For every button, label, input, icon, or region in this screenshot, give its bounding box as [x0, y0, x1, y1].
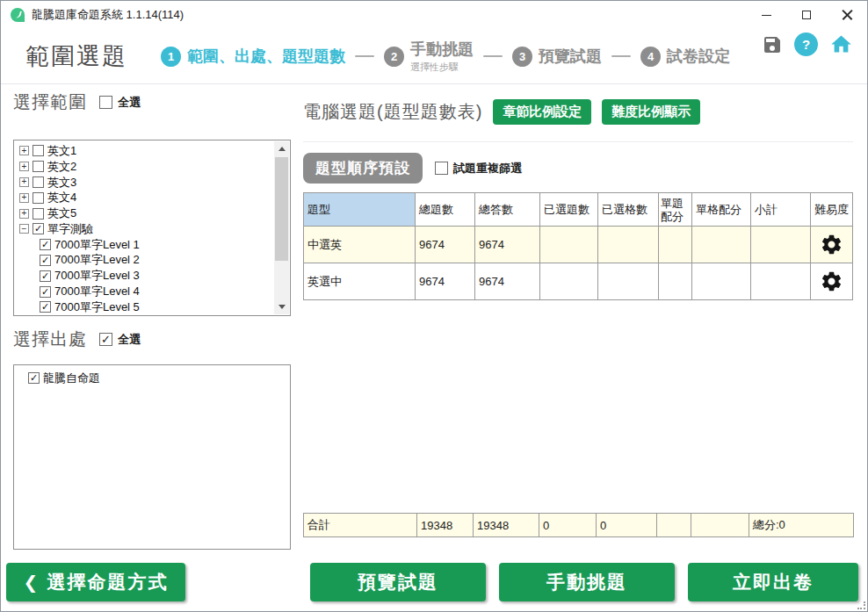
scroll-up-icon[interactable] — [274, 141, 289, 156]
title-bar: 龍騰題庫命題系統 1.1.14(114) — [1, 1, 867, 29]
col-header-total-answers: 總答數 — [475, 193, 540, 227]
row-cell-total-questions: 9674 — [416, 263, 475, 300]
step-1-range[interactable]: 1 範圍、出處、題型題數 — [161, 46, 345, 67]
close-button[interactable] — [827, 1, 867, 29]
checkbox[interactable] — [33, 192, 44, 204]
home-icon — [829, 32, 853, 56]
preview-questions-button[interactable]: 預覽試題 — [310, 563, 486, 601]
row-cell-total-answers: 9674 — [475, 263, 540, 300]
row-cell-per-cell-score[interactable] — [692, 227, 751, 263]
step-2-manual-pick[interactable]: 2 手動挑題 選擇性步驟 — [384, 39, 474, 74]
expand-icon[interactable]: + — [19, 193, 29, 203]
step-connector — [611, 55, 631, 58]
total-label: 合計 — [304, 514, 417, 537]
type-order-preset-button[interactable]: 題型順序預設 — [303, 153, 423, 184]
step-4-paper-settings[interactable]: 4 試卷設定 — [640, 46, 730, 67]
resize-grip[interactable] — [857, 601, 865, 609]
tree-item-english1[interactable]: + 英文1 — [19, 143, 272, 159]
tree-item-7000-level3[interactable]: ✓ 7000單字Level 3 — [19, 268, 272, 284]
tree-item-english5[interactable]: + 英文5 — [19, 205, 272, 221]
save-icon — [762, 34, 783, 55]
difficulty-settings-button[interactable] — [811, 263, 853, 300]
tree-item-english3[interactable]: + 英文3 — [19, 175, 272, 191]
row-cell-per-question-score[interactable] — [659, 263, 692, 300]
chevron-left-icon: ❮ — [24, 572, 39, 593]
scroll-down-icon[interactable] — [274, 299, 289, 314]
minimize-button[interactable] — [746, 1, 786, 29]
row-cell-selected-cells[interactable] — [598, 227, 659, 263]
tree-item-english2[interactable]: + 英文2 — [19, 159, 272, 175]
checkbox[interactable]: ✓ — [40, 239, 51, 250]
tree-item-7000-level5[interactable]: ✓ 7000單字Level 5 — [19, 299, 272, 315]
tree-item-english4[interactable]: + 英文4 — [19, 190, 272, 205]
difficulty-ratio-button[interactable]: 難度比例顯示 — [602, 99, 700, 125]
generate-paper-button[interactable]: 立即出卷 — [688, 563, 858, 601]
tree-item-7000-level4[interactable]: ✓ 7000單字Level 4 — [19, 284, 272, 299]
checkbox[interactable]: ✓ — [40, 286, 51, 298]
col-header-selected-cells: 已選格數 — [598, 193, 659, 227]
chapter-ratio-button[interactable]: 章節比例設定 — [493, 99, 591, 125]
difficulty-settings-button[interactable] — [811, 227, 853, 263]
source-select-all-label: 全選 — [118, 332, 141, 348]
checkbox[interactable] — [33, 161, 44, 172]
step-connector — [483, 55, 503, 58]
row-cell-subtotal — [751, 227, 811, 263]
tree-item-7000-level2[interactable]: ✓ 7000單字Level 2 — [19, 253, 272, 269]
collapse-icon[interactable]: − — [19, 224, 29, 234]
expand-icon[interactable]: + — [19, 177, 29, 187]
save-button[interactable] — [762, 34, 783, 55]
tree-item-vocab-test[interactable]: − ✓ 單字測驗 — [19, 221, 272, 237]
checkbox[interactable]: ✓ — [40, 270, 51, 282]
row-cell-per-question-score[interactable] — [659, 227, 692, 263]
total-empty — [691, 514, 749, 537]
step-4-badge: 4 — [640, 47, 661, 67]
back-to-method-button[interactable]: ❮ 選擇命題方式 — [6, 563, 185, 601]
total-selected-cells: 0 — [597, 514, 657, 537]
source-tree: ✓ 龍騰自命題 — [13, 364, 291, 550]
expand-icon[interactable]: + — [19, 162, 29, 171]
col-header-selected-questions: 已選題數 — [540, 193, 598, 227]
question-mark-icon: ? — [802, 37, 810, 52]
manual-pick-button[interactable]: 手動挑題 — [499, 563, 675, 601]
home-button[interactable] — [829, 32, 853, 56]
expand-icon[interactable]: + — [19, 146, 29, 155]
col-header-per-question-score: 單題配分 — [659, 193, 692, 227]
source-select-all-checkbox[interactable]: ✓ — [99, 333, 112, 346]
row-cell-selected-questions[interactable] — [540, 227, 598, 263]
range-select-all-checkbox[interactable] — [99, 96, 112, 109]
row-cell-type: 英選中 — [304, 263, 416, 300]
checkbox[interactable]: ✓ — [33, 223, 44, 234]
row-cell-subtotal — [751, 263, 811, 300]
row-cell-selected-cells[interactable] — [598, 263, 659, 300]
checkbox[interactable]: ✓ — [28, 372, 40, 384]
step-1-badge: 1 — [161, 47, 181, 67]
checkbox[interactable] — [33, 208, 44, 220]
computer-selection-title: 電腦選題(題型題數表) — [303, 100, 482, 124]
tree-item-lungteng-questions[interactable]: ✓ 龍騰自命題 — [19, 371, 272, 386]
expand-icon[interactable]: + — [19, 209, 29, 219]
close-icon — [842, 10, 853, 21]
duplicate-filter-checkbox[interactable] — [435, 162, 448, 175]
scrollbar[interactable] — [274, 141, 289, 314]
header-bar: 範圍選題 1 範圍、出處、題型題數 2 手動挑題 選擇性步驟 3 預覽試題 4 … — [1, 29, 867, 84]
step-3-preview[interactable]: 3 預覽試題 — [512, 46, 602, 67]
window-title: 龍騰題庫命題系統 1.1.14(114) — [32, 7, 184, 23]
help-button[interactable]: ? — [794, 32, 818, 56]
row-cell-per-cell-score[interactable] — [692, 263, 751, 300]
col-header-type: 題型 — [304, 193, 416, 227]
checkbox[interactable] — [33, 145, 44, 156]
col-header-difficulty: 難易度 — [811, 193, 853, 227]
tree-item-7000-level1[interactable]: ✓ 7000單字Level 1 — [19, 237, 272, 253]
checkbox[interactable] — [33, 176, 44, 188]
scrollbar-thumb[interactable] — [275, 157, 288, 261]
total-score: 總分:0 — [749, 514, 854, 537]
maximize-button[interactable] — [786, 1, 827, 29]
range-tree: + 英文1 + 英文2 + 英文3 + 英文4 + 英文5 − ✓ 單字測驗 — [13, 140, 291, 316]
gear-icon — [820, 270, 843, 293]
checkbox[interactable]: ✓ — [40, 255, 51, 266]
col-header-subtotal: 小計 — [751, 193, 811, 227]
gear-icon — [820, 233, 843, 256]
row-cell-selected-questions[interactable] — [540, 263, 598, 300]
minimize-icon — [762, 15, 771, 16]
checkbox[interactable]: ✓ — [40, 301, 51, 313]
